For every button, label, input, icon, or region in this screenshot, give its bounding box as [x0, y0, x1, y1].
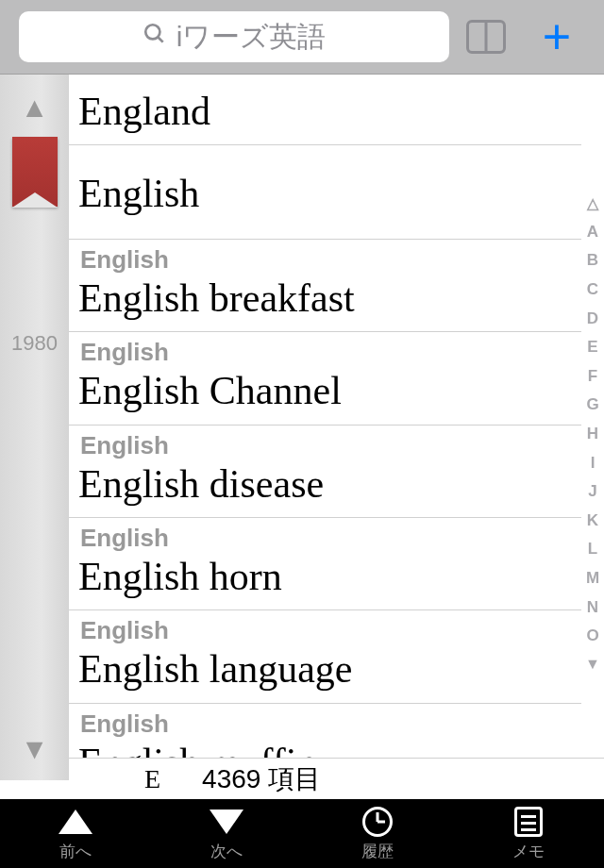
- bottom-toolbar: 前へ 次へ 履歴 メモ: [0, 799, 604, 868]
- entry-title: English: [76, 170, 574, 217]
- prev-label: 前へ: [59, 841, 92, 862]
- entry-category: English: [76, 706, 574, 739]
- status-bar: E 4369 項目: [69, 758, 604, 799]
- index-down-icon[interactable]: ▼: [585, 651, 600, 678]
- index-letter[interactable]: C: [587, 275, 598, 305]
- entry-category: English: [76, 612, 574, 645]
- alphabet-index[interactable]: △ A B C D E F G H I J K L M N O ▼: [581, 191, 604, 678]
- list-item[interactable]: English English disease: [69, 426, 581, 518]
- memo-button[interactable]: メモ: [453, 805, 604, 862]
- list-item[interactable]: English English horn: [69, 518, 581, 610]
- entry-title: England: [76, 88, 574, 135]
- entries-list: England English English English breakfas…: [69, 75, 581, 780]
- index-letter[interactable]: I: [591, 449, 596, 478]
- entry-category: English: [76, 334, 574, 367]
- book-button[interactable]: [457, 11, 515, 62]
- entry-title: English breakfast: [76, 275, 574, 322]
- index-letter[interactable]: M: [586, 564, 599, 593]
- scroll-rail: ▲ 1980 ▼: [0, 75, 69, 780]
- svg-line-1: [158, 37, 162, 42]
- memo-icon: [514, 805, 543, 839]
- scroll-position-number: 1980: [11, 331, 58, 356]
- index-letter[interactable]: F: [588, 362, 597, 392]
- entry-title: English language: [76, 645, 574, 693]
- index-letter[interactable]: O: [586, 622, 598, 651]
- entry-title: English Channel: [76, 367, 574, 414]
- entry-title: English horn: [76, 553, 574, 600]
- history-button[interactable]: 履歴: [302, 805, 453, 862]
- entry-category: English: [76, 520, 574, 553]
- bookmark-ribbon-icon[interactable]: [12, 137, 58, 207]
- next-label: 次へ: [210, 841, 243, 862]
- entry-category: English: [76, 242, 574, 275]
- status-count: 4369 項目: [202, 761, 321, 797]
- clock-icon: [362, 805, 393, 839]
- index-letter[interactable]: E: [587, 333, 597, 362]
- list-item[interactable]: England: [69, 75, 581, 145]
- index-letter[interactable]: K: [587, 507, 598, 536]
- status-letter: E: [144, 764, 160, 794]
- entry-title: English disease: [76, 460, 574, 508]
- index-letter[interactable]: B: [587, 246, 598, 275]
- list-item[interactable]: English English Channel: [69, 332, 581, 425]
- scroll-up-icon[interactable]: ▲: [21, 92, 49, 124]
- top-bar: iワーズ英語 +: [0, 0, 604, 75]
- svg-point-0: [145, 25, 159, 39]
- search-placeholder: iワーズ英語: [176, 18, 327, 57]
- scroll-down-icon[interactable]: ▼: [21, 733, 49, 765]
- history-label: 履歴: [361, 841, 394, 862]
- index-letter[interactable]: J: [588, 477, 596, 507]
- next-button[interactable]: 次へ: [151, 805, 302, 862]
- prev-button[interactable]: 前へ: [0, 805, 151, 862]
- triangle-up-icon: [59, 805, 92, 839]
- list-item[interactable]: English English breakfast: [69, 240, 581, 332]
- index-letter[interactable]: L: [588, 535, 597, 564]
- index-letter[interactable]: N: [587, 593, 598, 623]
- index-letter[interactable]: H: [587, 420, 598, 449]
- memo-label: メモ: [512, 841, 545, 862]
- index-letter[interactable]: A: [587, 218, 598, 247]
- index-letter[interactable]: G: [586, 391, 598, 420]
- list-item[interactable]: English English language: [69, 610, 581, 703]
- index-top-icon[interactable]: △: [587, 191, 598, 218]
- book-icon: [466, 20, 506, 54]
- triangle-down-icon: [210, 805, 243, 839]
- index-letter[interactable]: D: [587, 305, 598, 334]
- entry-category: English: [76, 427, 574, 460]
- search-input[interactable]: iワーズ英語: [19, 11, 449, 62]
- list-item[interactable]: English: [69, 145, 581, 239]
- add-button[interactable]: +: [519, 11, 595, 62]
- search-icon: [143, 21, 167, 53]
